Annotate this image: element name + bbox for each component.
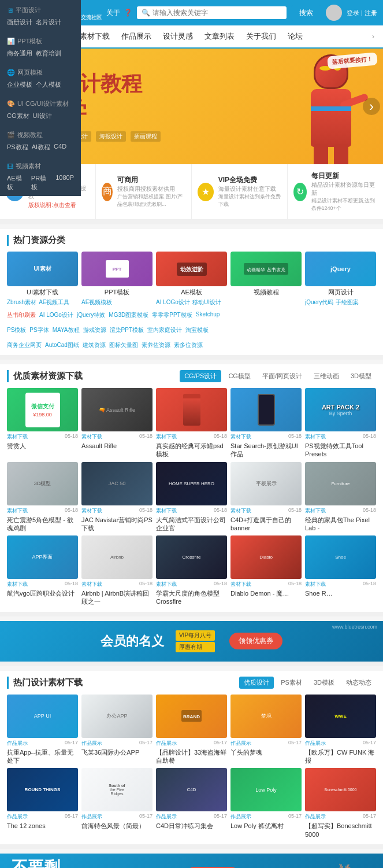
res-item-4[interactable]: 素材下载 05-18 Star Search-原创游戏UI作品 xyxy=(230,388,302,459)
cat-item-web[interactable]: jQuery 网页设计 jQuery代码 手绘图案 xyxy=(305,252,376,306)
bottom-banner-char: 🦌 xyxy=(325,854,371,868)
design-item-9[interactable]: Low Poly 作品展示 05-17 Low Poly 裤优离村 xyxy=(230,768,302,839)
res-item-10[interactable]: Furniture 素材下载 05-18 经典的家具包The Pixel Lab… xyxy=(305,462,376,533)
res-type-6: 素材下载 xyxy=(7,507,28,515)
search-input[interactable] xyxy=(153,9,282,17)
feature-copyright-link[interactable]: 版权说明:点击查看 xyxy=(28,202,76,208)
tab-cg-model[interactable]: CG模型 xyxy=(224,370,255,382)
sidebar-label-1: 平面设计 xyxy=(16,6,41,14)
res-item-2[interactable]: 🔫 Assault Rifle 素材下载 05-18 Assault Rifle xyxy=(81,388,153,459)
nav-arrow[interactable]: › xyxy=(369,27,377,46)
cat-sub-hand[interactable]: 手绘图案 xyxy=(336,298,359,306)
design-item-3[interactable]: BRAND 作品展示 05-17 【品牌设计】33海盗海鲜自助餐 xyxy=(156,695,227,765)
tab-3d-model[interactable]: 3D模型 xyxy=(346,370,376,382)
extra-link-1[interactable]: 丛书印刷素 xyxy=(7,311,36,319)
vip-badge-area: VIP每月八号 厚惠有期 xyxy=(170,630,215,652)
res-item-13[interactable]: Crossfire 素材下载 05-18 学霸大尺度的角色模型 Crossfir… xyxy=(156,535,227,606)
nav-item-articles[interactable]: 文章列表 xyxy=(199,25,240,47)
extra-link-17[interactable]: 图标矢量图 xyxy=(109,341,138,349)
sidebar-item-web-subs[interactable]: 企业模板个人模板 xyxy=(7,79,74,90)
cat-sub-jquery[interactable]: jQuery代码 xyxy=(305,298,333,306)
tab-3d-anim[interactable]: 三维动画 xyxy=(309,370,344,382)
res-item-6[interactable]: 3D模型 素材下载 05-18 死亡震游5角色模型 - 欲魂鸡剧 xyxy=(7,462,78,533)
design-item-1[interactable]: APP UI 作品展示 05-17 抗重App--抗重、乐量无处下 xyxy=(7,695,78,765)
res-item-14[interactable]: Diablo 素材下载 05-18 Diablo Demon - 魔… xyxy=(230,535,302,606)
tab-flat-web[interactable]: 平面/网页设计 xyxy=(258,370,307,382)
extra-link-10[interactable]: 游戏资源 xyxy=(83,326,106,334)
vip-banner[interactable]: 会员的名义 VIP每月八号 厚惠有期 领领优惠券 www.bluetresn.c… xyxy=(0,621,383,662)
design-meta-9: 作品展示 05-17 xyxy=(230,813,302,821)
res-item-8[interactable]: HOME SUPER HERO 素材下载 05-18 大气简洁式平面设计公司企业… xyxy=(156,462,227,533)
cat-sub-ai-logo[interactable]: AI LOGo设计 xyxy=(156,298,190,306)
extra-link-6[interactable]: Sketchup xyxy=(196,311,220,319)
jquery-label: jQuery xyxy=(330,265,351,272)
cat-sub-zbrush[interactable]: Zbrush素材 xyxy=(7,298,36,306)
res-item-11[interactable]: APP界面 素材下载 05-18 航汽vgo匠跨职业会设计 xyxy=(7,535,78,606)
design-item-10[interactable]: Boneschmitt 5000 作品展示 05-17 【超写实】Bonesch… xyxy=(305,768,376,839)
ae-label-box: 动效进阶 xyxy=(177,263,207,276)
cat-item-ui[interactable]: UI素材 UI素材下载 Zbrush素材 AE视频工具 xyxy=(7,252,78,306)
search-button[interactable]: 搜索 xyxy=(291,5,321,21)
course-tag-3[interactable]: 海报设计 xyxy=(96,131,126,142)
res-item-12[interactable]: Airbnb 素材下载 05-18 Airbnb | AirbnB演讲稿回顾之一 xyxy=(81,535,153,606)
sidebar-item-ppt-subs[interactable]: 商务通用教育培训 xyxy=(7,48,74,59)
tab-cg-ps[interactable]: CG/PS设计 xyxy=(180,370,221,382)
cat-sub-mobile[interactable]: 移动UI设计 xyxy=(192,298,221,306)
extra-link-11[interactable]: 渲染PPT模板 xyxy=(110,326,144,334)
cat-item-video-tut[interactable]: 动画精华 丛书攻克 视频教程 xyxy=(230,252,302,306)
banner-next-arrow[interactable]: › xyxy=(363,98,380,115)
extra-link-5[interactable]: 零零零PPT模板 xyxy=(152,311,192,319)
extra-link-13[interactable]: 淘宝模板 xyxy=(185,326,209,334)
premium-resources-title: 优质素材资源下载 xyxy=(13,371,83,382)
design-item-4[interactable]: 梦境 作品展示 05-17 丫头的梦魂 xyxy=(230,695,302,765)
nav-item-about[interactable]: 关于我们 xyxy=(240,25,282,47)
cat-sub-ae-video[interactable]: AE视频模板 xyxy=(81,298,112,306)
extra-link-8[interactable]: PS字体 xyxy=(29,326,49,334)
extra-link-15[interactable]: AutoCad图纸 xyxy=(45,341,79,349)
design-tab-anim[interactable]: 动态动态 xyxy=(341,677,376,689)
design-item-8[interactable]: C4D 作品展示 05-17 C4D日常冲练习集会 xyxy=(156,768,227,839)
extra-link-9[interactable]: MAYA教程 xyxy=(53,326,80,334)
design-item-5[interactable]: WWE 作品展示 05-17 【欧乐万】CW FUNK 海报 xyxy=(305,695,376,765)
extra-link-14[interactable]: 商务企业网页 xyxy=(7,341,42,349)
nav-item-forum[interactable]: 论坛 xyxy=(282,25,308,47)
about-link[interactable]: 关于 xyxy=(106,8,120,18)
extra-link-4[interactable]: MG3D图案模板 xyxy=(109,311,148,319)
extra-link-7[interactable]: PS模板 xyxy=(7,326,26,334)
nav-item-works[interactable]: 作品展示 xyxy=(116,25,157,47)
sidebar-item-video-subs[interactable]: PS教程AI教程C4D xyxy=(7,142,74,153)
sidebar-item-ui-subs[interactable]: CG素材UI设计 xyxy=(7,110,74,121)
design-tab-ps[interactable]: PS素材 xyxy=(276,677,307,689)
sidebar-header-1: 🖥 平面设计 xyxy=(0,3,81,17)
design-tab-quality[interactable]: 优质设计 xyxy=(239,677,274,689)
login-link[interactable]: 登录 | 注册 xyxy=(347,9,377,16)
res-item-15[interactable]: Shoe 素材下载 05-18 Shoe R… xyxy=(305,535,376,606)
design-item-6[interactable]: ROUND THINGS 作品展示 05-17 The 12 zones xyxy=(7,768,78,839)
nav-item-design[interactable]: 设计灵感 xyxy=(157,25,199,47)
extra-link-2[interactable]: AI LOGo设计 xyxy=(39,311,73,319)
cat-item-ppt[interactable]: PPT PPT模板 AE视频模板 xyxy=(81,252,153,306)
sidebar-item-video-mat-subs[interactable]: AE模板PR模板1080P xyxy=(7,173,74,193)
extra-link-16[interactable]: 建筑资源 xyxy=(83,341,106,349)
res-item-5[interactable]: ART PACK 2 By Sperth 素材下载 05-18 PS视觉特效工具… xyxy=(305,388,376,459)
res-date-14: 05-18 xyxy=(288,581,302,588)
res-title-5: PS视觉特效工具Tool Presets xyxy=(305,442,376,459)
design-tab-3d[interactable]: 3D模板 xyxy=(309,677,339,689)
course-tag-4[interactable]: 插画课程 xyxy=(131,131,161,142)
design-item-2[interactable]: 办公APP 作品展示 05-17 飞某36国际办公APP xyxy=(81,695,153,765)
extra-link-18[interactable]: 素养佐资源 xyxy=(142,341,170,349)
cat-item-ae[interactable]: 动效进阶 AE模板 AI LOGo设计 移动UI设计 xyxy=(156,252,227,306)
res-item-9[interactable]: 平板展示 素材下载 05-18 C4D+打造属于自己的banner xyxy=(230,462,302,533)
vip-coupon-btn[interactable]: 领领优惠券 xyxy=(229,633,282,649)
res-item-1[interactable]: 微信支付 ¥198.00 素材下载 05-18 赞赏人 xyxy=(7,388,78,459)
bottom-banner[interactable]: 不要剩 BIAO NO IDEA? 每日完全没有头绪！ 一招搞定 🦌 xyxy=(0,854,383,868)
extra-link-19[interactable]: 素多位资源 xyxy=(174,341,203,349)
design-item-7[interactable]: South of the Five Ridges 作品展示 05-17 前海特色… xyxy=(81,768,153,839)
cat-extra-links: 丛书印刷素 AI LOGo设计 jQuery特效 MG3D图案模板 零零零PPT… xyxy=(7,311,376,349)
res-item-3[interactable]: 素材下载 05-18 真实感的经典可乐罐psd模板 xyxy=(156,388,227,459)
extra-link-3[interactable]: jQuery特效 xyxy=(77,311,105,319)
sidebar-item-huace[interactable]: 画册设计名片设计 xyxy=(7,17,74,28)
res-item-7[interactable]: JAC 50 素材下载 05-18 JAC Navistar营销时尚PS下载 xyxy=(81,462,153,533)
extra-link-12[interactable]: 室内家庭设计 xyxy=(147,326,182,334)
cat-sub-ae[interactable]: AE视频工具 xyxy=(39,298,69,306)
